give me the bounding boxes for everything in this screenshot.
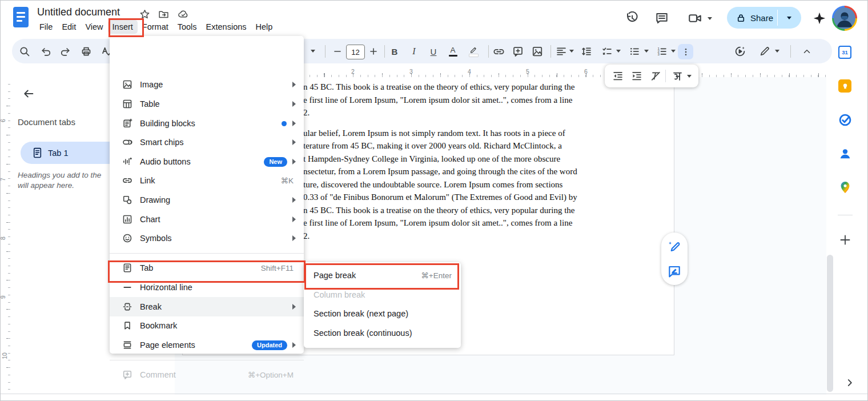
menu-format[interactable]: Format (138, 20, 173, 34)
add-comment-icon[interactable] (512, 45, 524, 58)
add-comment-margin-icon[interactable] (668, 264, 681, 278)
align-icon[interactable] (555, 45, 568, 58)
menu-item-smart-chips[interactable]: Smart chips (110, 133, 304, 152)
menu-item-page-elements[interactable]: Page elementsUpdated (110, 335, 304, 355)
menu-view[interactable]: View (81, 20, 107, 34)
input-tools-icon[interactable] (671, 70, 684, 82)
calendar-icon[interactable]: 31 (838, 46, 852, 59)
print-icon[interactable] (80, 45, 93, 58)
move-folder-icon[interactable] (158, 9, 169, 20)
submenu-item-section-break-next-page[interactable]: Section break (next page) (304, 304, 461, 323)
menu-item-building-blocks[interactable]: Building blocks (110, 114, 304, 133)
help-me-write-icon[interactable] (668, 239, 681, 253)
bold-icon[interactable]: B (388, 45, 401, 58)
numbered-list-dropdown-caret[interactable] (671, 50, 676, 53)
italic-icon[interactable]: I (408, 45, 420, 58)
doc-text-line[interactable]: t Hampden-Sydney College in Virginia, lo… (303, 154, 560, 167)
clear-formatting-icon[interactable] (649, 70, 662, 82)
decrease-indent-icon[interactable] (612, 70, 624, 82)
meet-dropdown-caret[interactable] (708, 17, 712, 20)
get-addons-icon[interactable] (839, 234, 851, 246)
submenu-item-page-break[interactable]: Page break ⌘+Enter (304, 266, 461, 285)
font-dropdown-caret[interactable] (311, 50, 315, 53)
play-sparkle-icon[interactable] (734, 45, 746, 58)
tasks-icon[interactable] (838, 113, 852, 127)
search-menus-icon[interactable] (18, 45, 31, 58)
comments-icon[interactable] (655, 11, 669, 25)
doc-text-line[interactable]: n 45 BC. This book is a treatise on the … (303, 82, 574, 95)
editing-mode-dropdown-caret[interactable] (775, 50, 779, 53)
contacts-icon[interactable] (838, 147, 852, 161)
checklist-icon[interactable] (601, 45, 613, 58)
editing-mode-pencil-icon[interactable] (758, 45, 771, 58)
doc-text-line[interactable]: 2. (303, 108, 310, 121)
doc-text-line[interactable]: terature from 45 BC, making it over 2000… (303, 141, 562, 154)
menu-item-tab[interactable]: TabShift+F11 (110, 258, 304, 278)
meet-camera-icon[interactable] (688, 11, 702, 25)
undo-icon[interactable] (39, 45, 52, 58)
menu-item-symbols[interactable]: Symbols (110, 228, 304, 248)
keep-icon[interactable] (838, 79, 852, 93)
menu-item-drawing[interactable]: Drawing (110, 190, 304, 210)
menu-item-image[interactable]: Image (110, 75, 304, 94)
bulleted-list-dropdown-caret[interactable] (644, 50, 649, 53)
show-side-panel-chevron-icon[interactable] (845, 378, 855, 388)
doc-text-line[interactable]: ular belief, Lorem Ipsum is not simply r… (303, 129, 565, 141)
text-color-icon[interactable]: A (447, 45, 459, 58)
menu-file[interactable]: File (35, 20, 57, 34)
close-panel-back-icon[interactable] (22, 87, 35, 100)
menu-item-audio-buttons[interactable]: Audio buttonsNew (110, 152, 304, 171)
version-history-icon[interactable] (625, 11, 639, 25)
menu-edit[interactable]: Edit (57, 20, 81, 34)
input-tools-dropdown-caret[interactable] (687, 75, 692, 78)
underline-icon[interactable]: U (427, 45, 440, 58)
increase-indent-icon[interactable] (630, 70, 643, 82)
insert-image-icon[interactable] (531, 45, 544, 58)
align-dropdown-caret[interactable] (569, 50, 574, 53)
menu-insert[interactable]: Insert (108, 20, 138, 34)
redo-icon[interactable] (59, 45, 72, 58)
docs-logo[interactable] (13, 7, 29, 27)
cloud-status-icon[interactable] (178, 9, 189, 20)
highlight-color-icon[interactable] (467, 45, 480, 58)
star-icon[interactable] (139, 9, 150, 20)
line-spacing-icon[interactable] (580, 45, 593, 58)
insert-link-icon[interactable] (492, 45, 505, 58)
decrease-font-icon[interactable] (331, 45, 344, 58)
menu-item-link[interactable]: Link⌘K (110, 171, 304, 190)
vertical-ruler[interactable]: 6 7 8 9 10 (1, 77, 10, 395)
doc-text-line[interactable]: 2. (303, 231, 310, 244)
hide-menus-icon[interactable] (801, 45, 813, 58)
doc-text-line[interactable]: 0.33 of "de Finibus Bonorum et Malorum" … (303, 193, 577, 205)
vertical-scrollbar[interactable] (827, 255, 833, 392)
submenu-item-section-break-continuous[interactable]: Section break (continuous) (304, 323, 461, 343)
menu-extensions[interactable]: Extensions (202, 20, 251, 34)
doc-text-line[interactable]: n 45 BC. This book is a treatise on the … (303, 206, 574, 218)
doc-text-line[interactable]: e first line of Lorem Ipsum, "Lorem ipsu… (303, 218, 572, 231)
menu-item-table[interactable]: Table (110, 94, 304, 114)
document-title[interactable]: Untitled document (37, 6, 120, 18)
menu-item-horizontal-line[interactable]: Horizontal line (110, 278, 304, 297)
share-dropdown-caret[interactable] (787, 17, 791, 19)
checklist-dropdown-caret[interactable] (616, 50, 621, 53)
menu-item-chart[interactable]: Chart (110, 210, 304, 229)
more-options-button[interactable] (678, 44, 693, 59)
increase-font-icon[interactable] (367, 45, 380, 58)
gemini-sparkle-icon[interactable] (813, 11, 826, 25)
submenu-item-column-break[interactable]: Column break (304, 285, 461, 304)
account-avatar[interactable] (832, 6, 857, 31)
menu-item-comment[interactable]: Comment⌘+Option+M (110, 365, 304, 384)
maps-icon[interactable] (838, 181, 852, 194)
doc-text-line[interactable]: ture, discovered the undoubtable source.… (303, 180, 562, 193)
font-size-field[interactable]: 12 (346, 45, 365, 59)
menu-tools[interactable]: Tools (173, 20, 202, 34)
bulleted-list-icon[interactable] (628, 45, 641, 58)
doc-text-line[interactable]: e first line of Lorem Ipsum, "Lorem ipsu… (303, 95, 572, 108)
overflow-toolbar (605, 65, 698, 87)
share-button[interactable]: Share (727, 7, 801, 29)
menu-item-bookmark[interactable]: Bookmark (110, 316, 304, 335)
menu-help[interactable]: Help (251, 20, 278, 34)
numbered-list-icon[interactable]: 123 (656, 45, 668, 58)
doc-text-line[interactable]: nsectetur, from a Lorem Ipsum passage, a… (303, 167, 577, 179)
menu-item-break[interactable]: Break (110, 297, 304, 316)
